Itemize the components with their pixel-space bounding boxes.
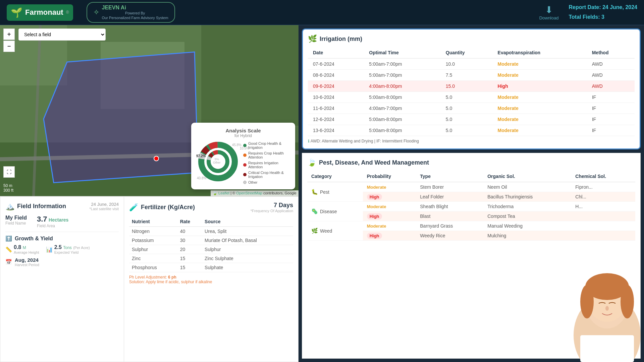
pest-prob: Moderate <box>363 221 416 231</box>
fertilizer-row: Nitrogen 40 Urea, Split <box>129 227 293 236</box>
analysis-legend: Good Crop Health & Irrigation Requires C… <box>243 141 290 184</box>
map-zoom-controls: + − <box>3 28 15 52</box>
height-stat: 📏 0.8 M Average Height <box>5 244 39 254</box>
irrigation-header: 🌿 Irrigation (mm) <box>308 35 635 43</box>
main-content: + − Select a field ⛶ 50 m 300 ft 🍃 Leafl… <box>0 25 644 362</box>
irrig-qty: 7.5 <box>441 70 493 81</box>
pest-prob: Moderate <box>363 202 416 212</box>
irrig-method: IF <box>587 92 635 103</box>
field-info-header: 🏔️ Field Information 24 June, 2024 *Last… <box>5 202 119 211</box>
harvest-row: 📅 Aug, 2024 Harvest Period <box>5 257 119 267</box>
irrigation-header-row: Date Optimal Time Quantity Evapotranspir… <box>308 47 635 58</box>
irrigation-title: Irrigation (mm) <box>320 36 362 43</box>
fertilizer-icon: 🧪 <box>129 203 138 212</box>
app-header: 🌱 Farmonaut® ✧ JEEVN Ai Powered By Our P… <box>0 0 644 25</box>
leaflet-link[interactable]: Leaflet <box>218 191 229 195</box>
fert-rate: 15 <box>177 254 202 263</box>
analysis-subtitle: for Hybrid <box>196 133 290 138</box>
pest-header-row: Category Probability Type Organic Sol. C… <box>307 171 635 182</box>
download-label: Download <box>539 15 559 20</box>
irrig-time: 4:00am-8:00pm <box>364 81 440 92</box>
fert-source: Muriate Of Potash, Basal <box>202 236 293 245</box>
jeevn-name: JEEVN Ai <box>102 5 168 11</box>
fertilizer-header-row: Nutrient Rate Source <box>129 217 293 227</box>
fertilizer-row: Sulphur 20 Sulphur <box>129 245 293 254</box>
fertilizer-row: Potassium 30 Muriate Of Potash, Basal <box>129 236 293 245</box>
solution-text: Apply lime if acidic, sulphur if alkalin… <box>146 280 212 284</box>
irrig-col-qty: Quantity <box>441 47 493 58</box>
total-fields-label: Total Fields: <box>569 14 600 20</box>
legend-item-4: Other <box>243 180 290 184</box>
jeevn-badge: ✧ JEEVN Ai Powered By Our Personalized F… <box>87 2 175 23</box>
pest-title: Pest, Disease, And Weed Management <box>319 159 429 166</box>
total-fields: 3 <box>601 14 604 20</box>
pest-col-prob: Probability <box>363 171 416 182</box>
field-name-label: Field Name <box>5 221 27 226</box>
donut-chart-container: 97.2% 45.8% 40.8% 5%Other 10.5% <box>196 141 240 182</box>
irrig-time: 4:00am-7:00pm <box>364 103 440 114</box>
pct-10-label: 10.5% <box>240 146 249 150</box>
analysis-content: 97.2% 45.8% 40.8% 5%Other 10.5% Good Cro… <box>196 141 290 184</box>
pest-prob: Moderate <box>363 182 416 192</box>
expand-button[interactable]: ⛶ <box>3 166 15 178</box>
fertilizer-header: 🧪 Fertilizer (Kg/Acre) 7 Days *Frequency… <box>129 202 293 213</box>
irrig-method: AWD <box>587 81 635 92</box>
analysis-title: Analysis Scale <box>196 128 290 133</box>
fert-source: Sulphur <box>202 245 293 254</box>
pest-type: Stem Borer <box>416 182 483 192</box>
pct-40-label: 40.8% <box>197 176 206 180</box>
irrigation-icon: 🌿 <box>308 35 317 43</box>
brand-name: Farmonaut <box>25 8 63 17</box>
harvest-icon: 📅 <box>5 259 12 265</box>
irrig-date: 07-6-2024 <box>308 58 364 70</box>
field-select-input[interactable]: Select a field <box>18 28 106 41</box>
pest-prob: High <box>363 192 416 202</box>
logo-box: 🌱 Farmonaut® <box>7 4 73 21</box>
fert-source: Sulphate <box>202 263 293 272</box>
freq-badge: 7 Days *Frequency Of Application <box>251 202 293 213</box>
expand-icon[interactable]: ⛶ <box>3 166 15 178</box>
zoom-in-button[interactable]: + <box>3 28 15 40</box>
legend-item-2: Requires Irrigation Attention <box>243 161 290 169</box>
zoom-out-button[interactable]: − <box>3 41 15 52</box>
report-date: 24 June, 2024 <box>602 4 637 10</box>
irrigation-row: 11-6-2024 4:00am-7:00pm 5.0 Moderate IF <box>308 103 635 114</box>
irrigation-row: 13-6-2024 5:00am-8:00pm 5.0 Moderate IF <box>308 125 635 136</box>
irrig-evap: Moderate <box>493 92 587 103</box>
legend-item-1: Requires Crop Health Attention <box>243 151 290 159</box>
fert-source: Urea, Split <box>202 227 293 236</box>
pest-row: 🦠Disease Moderate Sheath Blight Trichode… <box>307 202 635 212</box>
field-name-block: My Field Field Name <box>5 215 27 226</box>
field-name: My Field <box>5 215 27 221</box>
irrig-evap: High <box>493 81 587 92</box>
brand-reg: ® <box>66 10 69 15</box>
pest-organic: Bacillus Thuringiensis <box>483 192 571 202</box>
pct-5-label: 5%Other <box>213 158 221 164</box>
field-info-date: 24 June, 2024 *Last satellite visit <box>90 202 119 211</box>
fert-col-nutrient: Nutrient <box>129 217 177 227</box>
field-selector[interactable]: Select a field <box>18 28 106 41</box>
irrig-col-date: Date <box>308 47 364 58</box>
legend-dot-2 <box>243 163 247 167</box>
irrigation-panel: 🌿 Irrigation (mm) Date Optimal Time Quan… <box>302 28 641 149</box>
irrig-qty: 5.0 <box>441 114 493 125</box>
irrig-time: 5:00am-7:00pm <box>364 70 440 81</box>
legend-item-3: Critical Crop Health & Irrigation <box>243 171 290 179</box>
analysis-popup: Analysis Scale for Hybrid <box>191 123 295 189</box>
legend-dot-3 <box>243 173 247 176</box>
irrig-qty: 5.0 <box>441 103 493 114</box>
pest-category: 🦠Disease <box>307 202 363 221</box>
fert-nutrient: Nitrogen <box>129 227 177 236</box>
pest-row: 🐛Pest Moderate Stem Borer Neem Oil Fipro… <box>307 182 635 192</box>
download-button[interactable]: ⬇ Download <box>539 4 559 20</box>
irrig-time: 5:00am-8:00pm <box>364 92 440 103</box>
fert-col-source: Source <box>202 217 293 227</box>
pest-type: Barnyard Grass <box>416 221 483 231</box>
osm-link[interactable]: OpenStreetMap <box>236 191 262 195</box>
pest-prob: High <box>363 231 416 241</box>
irrig-evap: Moderate <box>493 114 587 125</box>
irrig-date: 10-6-2024 <box>308 92 364 103</box>
scale-indicator: 50 m 300 ft <box>3 183 13 193</box>
irrig-qty: 5.0 <box>441 125 493 136</box>
growth-stats: 📏 0.8 M Average Height 📊 2.5 Tons (Per A… <box>5 244 119 254</box>
